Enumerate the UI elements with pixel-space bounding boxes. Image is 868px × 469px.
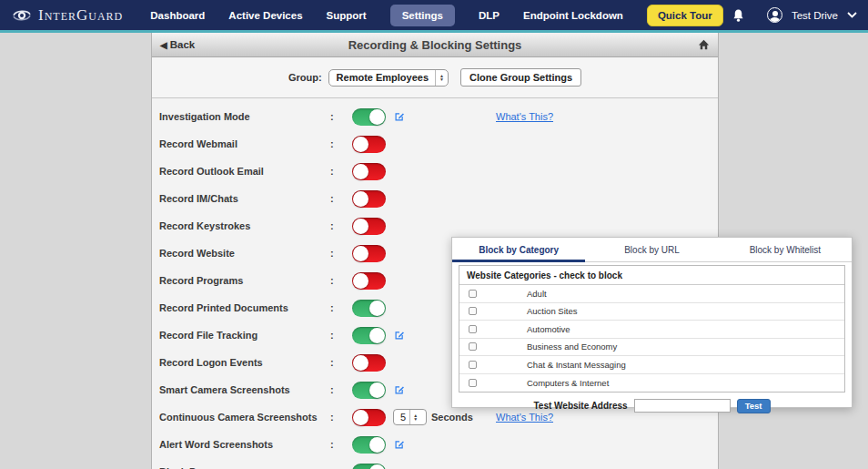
setting-label: Alert Word Screenshots <box>159 439 330 450</box>
nav-item-support[interactable]: Support <box>327 10 367 21</box>
toggle-record-programs[interactable] <box>352 272 386 290</box>
toggle-record-file-tracking[interactable] <box>352 327 386 344</box>
category-label: Chat & Instant Messaging <box>527 360 626 370</box>
edit-icon[interactable] <box>394 330 405 341</box>
nav-item-settings[interactable]: Settings <box>390 5 455 26</box>
category-checkbox[interactable] <box>469 379 477 387</box>
nav-right: Test Drive <box>732 7 857 23</box>
test-button[interactable]: Test <box>737 399 771 413</box>
top-nav: InterGuard DashboardActive DevicesSuppor… <box>0 0 868 30</box>
category-label: Business and Economy <box>527 342 617 352</box>
quick-tour-button[interactable]: Quick Tour <box>647 5 723 26</box>
category-checkbox[interactable] <box>469 325 477 333</box>
group-select[interactable]: Remote Employees ▲▼ <box>328 69 449 87</box>
setting-row-alert-word-screenshots: Alert Word Screenshots: <box>152 431 718 458</box>
group-select-value: Remote Employees <box>337 72 429 83</box>
toggle-knob <box>353 410 368 425</box>
home-icon[interactable] <box>698 39 710 50</box>
tab-block-by-url[interactable]: Block by URL <box>585 238 718 261</box>
notifications-bell-icon[interactable] <box>732 8 745 23</box>
toggle-knob <box>353 355 368 371</box>
toggle-record-website[interactable] <box>352 245 386 262</box>
toggle-record-im-chats[interactable] <box>352 190 386 208</box>
category-checkbox[interactable] <box>469 307 477 315</box>
setting-label: Smart Camera Screenshots <box>159 384 330 395</box>
interval-spinner[interactable]: 5▲▼ <box>393 409 427 425</box>
setting-label: Record Programs <box>159 275 330 286</box>
tab-block-by-category[interactable]: Block by Category <box>452 238 585 261</box>
colon: : <box>330 302 352 313</box>
setting-label: Record IM/Chats <box>159 193 330 204</box>
nav-item-endpoint-lockdown[interactable]: Endpoint Lockdown <box>523 10 623 21</box>
interguard-eye-icon <box>11 6 33 25</box>
setting-row-investigation-mode: Investigation Mode:What's This? <box>152 103 718 130</box>
category-checkbox[interactable] <box>469 361 477 369</box>
category-row-business-and-economy: Business and Economy <box>459 339 844 357</box>
toggle-continuous-camera-screenshots[interactable] <box>352 409 386 426</box>
category-row-automotive: Automotive <box>459 321 844 339</box>
colon: : <box>330 439 352 450</box>
nav-item-dlp[interactable]: DLP <box>479 10 500 21</box>
setting-row-record-webmail: Record Webmail: <box>152 130 718 158</box>
nav-item-active-devices[interactable]: Active Devices <box>228 10 302 21</box>
toggle-block-programs[interactable] <box>352 464 386 469</box>
brand-name: InterGuard <box>38 6 123 25</box>
setting-label: Continuous Camera Screenshots <box>159 412 330 423</box>
toggle-record-keystrokes[interactable] <box>352 218 386 235</box>
select-stepper-icon: ▲▼ <box>435 70 448 86</box>
setting-label: Record File Tracking <box>159 330 330 341</box>
edit-icon[interactable] <box>394 384 405 395</box>
toggle-knob <box>369 464 385 469</box>
toggle-knob <box>353 219 368 234</box>
category-table: Website Categories - check to block Adul… <box>459 265 845 393</box>
setting-row-record-outlook-email: Record Outlook Email: <box>152 158 718 185</box>
whats-this-link[interactable]: What's This? <box>496 111 553 122</box>
group-bar: Group: Remote Employees ▲▼ Clone Group S… <box>152 57 718 98</box>
clone-group-settings-button[interactable]: Clone Group Settings <box>460 68 581 87</box>
page-title: Recording & Blocking Settings <box>152 38 718 52</box>
nav-item-dashboard[interactable]: Dashboard <box>150 10 205 21</box>
tab-block-by-whitelist[interactable]: Block by Whitelist <box>719 238 852 261</box>
category-checkbox[interactable] <box>469 342 477 351</box>
edit-icon[interactable] <box>394 111 405 122</box>
colon: : <box>330 248 352 259</box>
toggle-knob <box>369 382 385 398</box>
brand-logo[interactable]: InterGuard <box>11 6 123 25</box>
toggle-alert-word-screenshots[interactable] <box>352 436 386 454</box>
block-panel: Block by CategoryBlock by URLBlock by Wh… <box>451 237 853 408</box>
toggle-record-printed-documents[interactable] <box>352 300 386 317</box>
nav-items: DashboardActive DevicesSupportSettingsDL… <box>150 5 623 26</box>
setting-label: Record Website <box>159 248 330 259</box>
spinner-stepper-icon: ▲▼ <box>409 410 420 424</box>
toggle-record-webmail[interactable] <box>352 136 386 153</box>
user-avatar[interactable] <box>767 7 782 23</box>
block-panel-tabs: Block by CategoryBlock by URLBlock by Wh… <box>452 238 852 262</box>
category-rows: AdultAuction SitesAutomotiveBusiness and… <box>459 285 844 392</box>
category-checkbox[interactable] <box>469 290 477 298</box>
group-label: Group: <box>288 72 322 83</box>
colon: : <box>330 330 352 341</box>
setting-label: Record Logon Events <box>159 357 330 368</box>
toggle-knob <box>369 301 385 316</box>
category-label: Automotive <box>527 324 570 334</box>
chevron-down-icon[interactable] <box>847 12 857 18</box>
edit-icon[interactable] <box>394 439 405 450</box>
category-label: Adult <box>527 289 547 299</box>
toggle-smart-camera-screenshots[interactable] <box>352 382 386 399</box>
category-row-auction-sites: Auction Sites <box>459 303 844 321</box>
setting-label: Record Webmail <box>159 138 330 149</box>
colon: : <box>330 138 352 149</box>
category-label: Computers & Internet <box>527 378 609 388</box>
setting-label: Investigation Mode <box>159 111 330 122</box>
toggle-knob <box>353 137 368 152</box>
toggle-record-logon-events[interactable] <box>352 354 386 372</box>
setting-row-block-programs: Block Programs: <box>152 458 718 469</box>
toggle-record-outlook-email[interactable] <box>352 163 386 180</box>
category-row-chat-instant-messaging: Chat & Instant Messaging <box>459 356 844 374</box>
toggle-investigation-mode[interactable] <box>352 108 386 126</box>
test-website-input[interactable] <box>634 399 731 413</box>
colon: : <box>330 384 352 395</box>
toggle-knob <box>369 109 385 125</box>
colon: : <box>330 357 352 368</box>
category-table-header: Website Categories - check to block <box>459 266 844 285</box>
